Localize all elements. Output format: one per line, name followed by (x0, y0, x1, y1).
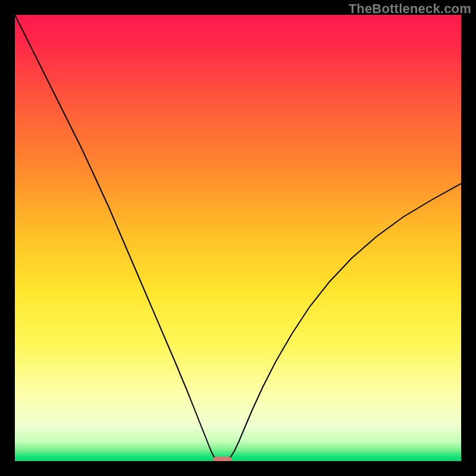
chart-frame: TheBottleneck.com (0, 0, 476, 476)
minimum-marker (213, 457, 232, 462)
plot-area (15, 15, 461, 461)
watermark-text: TheBottleneck.com (349, 1, 471, 17)
gradient-background (15, 15, 461, 461)
chart-svg (15, 15, 461, 461)
